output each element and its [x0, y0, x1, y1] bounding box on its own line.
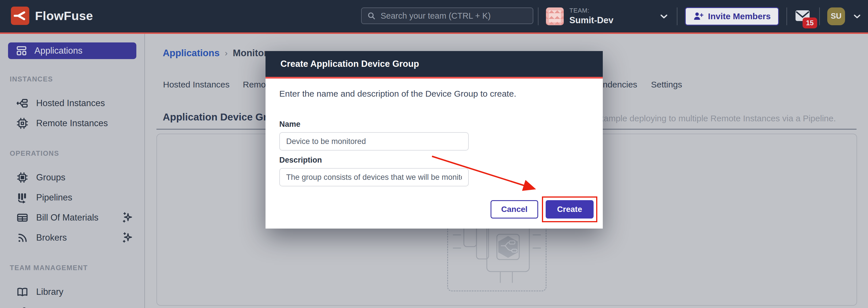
- sidebar-item-label: Members: [36, 307, 73, 308]
- name-input[interactable]: [279, 132, 469, 150]
- invite-members-label: Invite Members: [708, 11, 771, 21]
- flowfuse-logo-icon: [11, 7, 29, 25]
- sidebar-item-brokers[interactable]: Brokers: [8, 228, 136, 248]
- sidebar-section-instances: INSTANCES Hosted Instances: [8, 75, 136, 133]
- modal-actions: Cancel Create: [279, 200, 594, 218]
- sidebar-item-label: Applications: [34, 45, 82, 56]
- team-search[interactable]: [361, 7, 533, 24]
- library-book-icon: [16, 286, 29, 298]
- breadcrumb-applications-link[interactable]: Applications: [163, 47, 220, 59]
- sidebar-item-label: Groups: [36, 172, 65, 183]
- description-input[interactable]: [279, 168, 469, 186]
- breadcrumb-separator: ›: [225, 48, 228, 58]
- app-window: FlowFuse TEAM: Sumit-Dev: [0, 0, 868, 308]
- create-device-group-modal: Create Application Device Group Enter th…: [266, 51, 603, 229]
- sidebar-item-applications[interactable]: Applications: [8, 42, 136, 59]
- nav-divider: [677, 7, 677, 25]
- description-field-label: Description: [279, 156, 589, 165]
- sidebar-item-label: Hosted Instances: [36, 98, 105, 108]
- sidebar-item-label: Pipelines: [36, 193, 72, 203]
- page-title: Application Device Grou: [163, 111, 279, 123]
- tab-remote-instances-partial[interactable]: Remot: [243, 80, 268, 90]
- sidebar-item-label: Brokers: [36, 233, 67, 243]
- sidebar-item-hosted-instances[interactable]: Hosted Instances: [8, 93, 136, 113]
- section-label: OPERATIONS: [10, 149, 136, 158]
- team-name: Sumit-Dev: [569, 15, 613, 25]
- tab-hosted-instances[interactable]: Hosted Instances: [163, 80, 229, 90]
- sidebar: Applications INSTANCES Hosted Instances: [0, 34, 145, 308]
- nav-divider: [786, 7, 787, 25]
- sidebar-item-label: Library: [36, 287, 63, 297]
- notification-count-badge: 15: [803, 18, 817, 28]
- chevron-down-icon: [658, 11, 670, 22]
- notifications-button[interactable]: 15: [795, 7, 812, 26]
- modal-intro-text: Enter the name and description of the De…: [279, 89, 589, 99]
- modal-body: Enter the name and description of the De…: [266, 89, 603, 218]
- bill-of-materials-icon: [16, 211, 29, 224]
- pipelines-icon: [16, 191, 29, 204]
- sidebar-item-label: Bill Of Materials: [36, 212, 98, 223]
- page-description: example deploying to multiple Remote Ins…: [595, 113, 836, 123]
- cancel-button[interactable]: Cancel: [491, 200, 538, 218]
- tab-dependencies-partial[interactable]: ndencies: [603, 80, 637, 90]
- search-input[interactable]: [380, 11, 528, 21]
- section-label: TEAM MANAGEMENT: [10, 264, 136, 272]
- user-plus-icon: [693, 11, 704, 22]
- sidebar-item-remote-instances[interactable]: Remote Instances: [8, 113, 136, 133]
- hosted-instances-icon: [16, 97, 29, 109]
- navbar-right-cluster: TEAM: Sumit-Dev In: [530, 0, 862, 32]
- user-menu-chevron-down-icon[interactable]: [852, 11, 862, 22]
- sidebar-item-bill-of-materials[interactable]: Bill Of Materials: [8, 208, 136, 228]
- search-icon: [367, 11, 376, 20]
- sidebar-item-groups[interactable]: Groups: [8, 168, 136, 187]
- team-selector[interactable]: TEAM: Sumit-Dev: [546, 7, 670, 25]
- sidebar-section-operations: OPERATIONS Groups: [8, 149, 136, 248]
- nav-divider: [538, 7, 538, 25]
- members-users-icon: [16, 306, 29, 308]
- sparkles-icon: [121, 231, 134, 244]
- breadcrumb: Applications › Monitor: [163, 47, 268, 59]
- brokers-icon: [16, 232, 29, 244]
- top-navbar: FlowFuse TEAM: Sumit-Dev: [0, 0, 868, 34]
- tab-settings[interactable]: Settings: [651, 80, 682, 90]
- sidebar-section-team-management: TEAM MANAGEMENT Library: [8, 264, 136, 308]
- sidebar-item-members[interactable]: Members: [8, 302, 136, 308]
- name-field-label: Name: [279, 120, 589, 129]
- remote-instances-icon: [16, 117, 29, 130]
- sparkles-icon: [121, 211, 134, 224]
- team-label: TEAM:: [569, 7, 613, 14]
- brand[interactable]: FlowFuse: [11, 7, 93, 25]
- section-label: INSTANCES: [10, 75, 136, 83]
- logo-text: FlowFuse: [35, 9, 93, 23]
- sidebar-item-label: Remote Instances: [36, 118, 108, 129]
- invite-members-button[interactable]: Invite Members: [685, 7, 779, 26]
- applications-icon: [16, 45, 28, 57]
- groups-icon: [16, 171, 29, 184]
- modal-header: Create Application Device Group: [266, 51, 603, 78]
- user-avatar[interactable]: SU: [827, 7, 845, 25]
- sidebar-item-pipelines[interactable]: Pipelines: [8, 187, 136, 208]
- breadcrumb-current: Monitor: [233, 47, 268, 59]
- team-avatar: [546, 7, 564, 25]
- nav-divider: [819, 7, 820, 25]
- sidebar-item-library[interactable]: Library: [8, 282, 136, 302]
- modal-title: Create Application Device Group: [280, 59, 419, 69]
- create-button[interactable]: Create: [546, 200, 594, 218]
